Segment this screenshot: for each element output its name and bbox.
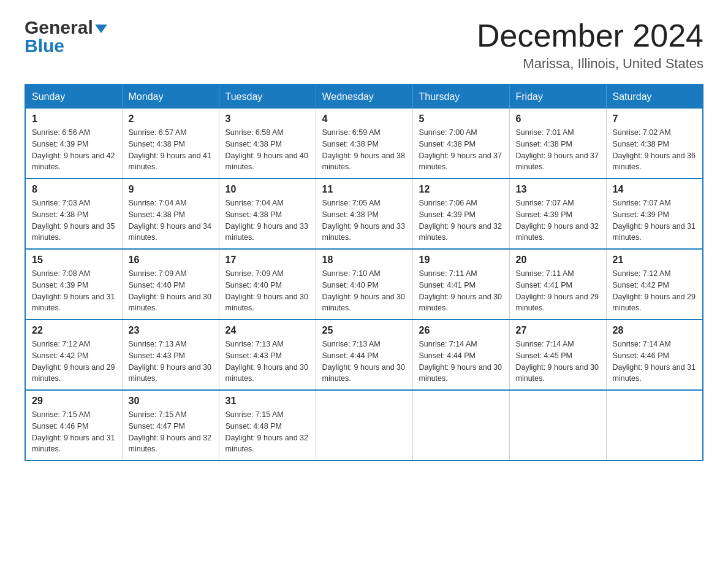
- day-number: 26: [419, 325, 503, 336]
- day-info: Sunrise: 7:02 AMSunset: 4:38 PMDaylight:…: [613, 127, 697, 173]
- day-number: 25: [322, 325, 406, 336]
- page-header: General Blue December 2024 Marissa, Illi…: [25, 18, 703, 72]
- day-number: 6: [516, 113, 600, 124]
- day-info: Sunrise: 7:15 AMSunset: 4:47 PMDaylight:…: [129, 409, 213, 455]
- calendar-header: SundayMondayTuesdayWednesdayThursdayFrid…: [25, 85, 703, 109]
- day-cell: 12Sunrise: 7:06 AMSunset: 4:39 PMDayligh…: [412, 178, 509, 249]
- week-row-4: 22Sunrise: 7:12 AMSunset: 4:42 PMDayligh…: [25, 320, 703, 390]
- location-subtitle: Marissa, Illinois, United States: [477, 56, 703, 72]
- day-info: Sunrise: 7:05 AMSunset: 4:38 PMDaylight:…: [322, 197, 406, 243]
- day-info: Sunrise: 7:14 AMSunset: 4:45 PMDaylight:…: [516, 339, 600, 385]
- header-saturday: Saturday: [606, 85, 703, 109]
- day-info: Sunrise: 7:09 AMSunset: 4:40 PMDaylight:…: [226, 268, 309, 314]
- day-cell: 27Sunrise: 7:14 AMSunset: 4:45 PMDayligh…: [509, 320, 606, 390]
- day-info: Sunrise: 7:06 AMSunset: 4:39 PMDaylight:…: [419, 197, 503, 243]
- day-cell: 15Sunrise: 7:08 AMSunset: 4:39 PMDayligh…: [25, 249, 122, 320]
- day-number: 2: [129, 113, 213, 124]
- day-number: 19: [419, 255, 503, 266]
- month-title: December 2024: [477, 18, 703, 53]
- header-tuesday: Tuesday: [219, 85, 316, 109]
- day-info: Sunrise: 6:56 AMSunset: 4:39 PMDaylight:…: [32, 127, 116, 173]
- day-cell: 14Sunrise: 7:07 AMSunset: 4:39 PMDayligh…: [606, 178, 703, 249]
- header-friday: Friday: [509, 85, 606, 109]
- day-info: Sunrise: 7:12 AMSunset: 4:42 PMDaylight:…: [613, 268, 697, 314]
- day-info: Sunrise: 7:13 AMSunset: 4:43 PMDaylight:…: [129, 339, 213, 385]
- day-info: Sunrise: 7:14 AMSunset: 4:46 PMDaylight:…: [613, 339, 697, 385]
- day-info: Sunrise: 7:11 AMSunset: 4:41 PMDaylight:…: [419, 268, 503, 314]
- day-info: Sunrise: 7:15 AMSunset: 4:46 PMDaylight:…: [32, 409, 116, 455]
- day-number: 18: [322, 255, 406, 266]
- day-info: Sunrise: 7:13 AMSunset: 4:44 PMDaylight:…: [322, 339, 406, 385]
- day-number: 9: [129, 184, 213, 195]
- day-info: Sunrise: 7:13 AMSunset: 4:43 PMDaylight:…: [226, 339, 309, 385]
- day-cell: 28Sunrise: 7:14 AMSunset: 4:46 PMDayligh…: [606, 320, 703, 390]
- day-number: 14: [613, 184, 697, 195]
- day-info: Sunrise: 7:03 AMSunset: 4:38 PMDaylight:…: [32, 197, 116, 243]
- day-cell: 3Sunrise: 6:58 AMSunset: 4:38 PMDaylight…: [219, 109, 316, 178]
- day-info: Sunrise: 7:01 AMSunset: 4:38 PMDaylight:…: [516, 127, 600, 173]
- day-cell: 24Sunrise: 7:13 AMSunset: 4:43 PMDayligh…: [219, 320, 316, 390]
- day-cell: 18Sunrise: 7:10 AMSunset: 4:40 PMDayligh…: [316, 249, 412, 320]
- day-number: 28: [613, 325, 697, 336]
- day-cell: [412, 390, 509, 461]
- day-cell: 10Sunrise: 7:04 AMSunset: 4:38 PMDayligh…: [219, 178, 316, 249]
- day-number: 1: [32, 113, 116, 124]
- day-info: Sunrise: 6:59 AMSunset: 4:38 PMDaylight:…: [322, 127, 406, 173]
- day-cell: 30Sunrise: 7:15 AMSunset: 4:47 PMDayligh…: [122, 390, 219, 461]
- day-number: 5: [419, 113, 503, 124]
- day-info: Sunrise: 7:08 AMSunset: 4:39 PMDaylight:…: [32, 268, 116, 314]
- day-info: Sunrise: 7:04 AMSunset: 4:38 PMDaylight:…: [226, 197, 309, 243]
- day-cell: 16Sunrise: 7:09 AMSunset: 4:40 PMDayligh…: [122, 249, 219, 320]
- day-number: 4: [322, 113, 406, 124]
- day-info: Sunrise: 7:00 AMSunset: 4:38 PMDaylight:…: [419, 127, 503, 173]
- day-number: 12: [419, 184, 503, 195]
- day-info: Sunrise: 7:15 AMSunset: 4:48 PMDaylight:…: [226, 409, 309, 455]
- day-cell: 1Sunrise: 6:56 AMSunset: 4:39 PMDaylight…: [25, 109, 122, 178]
- day-cell: 19Sunrise: 7:11 AMSunset: 4:41 PMDayligh…: [412, 249, 509, 320]
- day-number: 24: [226, 325, 309, 336]
- day-number: 31: [226, 396, 309, 407]
- logo-blue: Blue: [25, 37, 64, 55]
- day-number: 10: [226, 184, 309, 195]
- header-thursday: Thursday: [412, 85, 509, 109]
- day-cell: 21Sunrise: 7:12 AMSunset: 4:42 PMDayligh…: [606, 249, 703, 320]
- title-area: December 2024 Marissa, Illinois, United …: [477, 18, 703, 72]
- day-number: 11: [322, 184, 406, 195]
- week-row-2: 8Sunrise: 7:03 AMSunset: 4:38 PMDaylight…: [25, 178, 703, 249]
- day-cell: [606, 390, 703, 461]
- day-cell: 7Sunrise: 7:02 AMSunset: 4:38 PMDaylight…: [606, 109, 703, 178]
- day-number: 15: [32, 255, 116, 266]
- day-number: 3: [226, 113, 309, 124]
- day-number: 20: [516, 255, 600, 266]
- day-cell: 29Sunrise: 7:15 AMSunset: 4:46 PMDayligh…: [25, 390, 122, 461]
- day-info: Sunrise: 6:57 AMSunset: 4:38 PMDaylight:…: [129, 127, 213, 173]
- day-number: 17: [226, 255, 309, 266]
- day-info: Sunrise: 6:58 AMSunset: 4:38 PMDaylight:…: [226, 127, 309, 173]
- header-sunday: Sunday: [25, 85, 122, 109]
- day-cell: 25Sunrise: 7:13 AMSunset: 4:44 PMDayligh…: [316, 320, 412, 390]
- day-cell: 5Sunrise: 7:00 AMSunset: 4:38 PMDaylight…: [412, 109, 509, 178]
- day-info: Sunrise: 7:10 AMSunset: 4:40 PMDaylight:…: [322, 268, 406, 314]
- day-cell: 23Sunrise: 7:13 AMSunset: 4:43 PMDayligh…: [122, 320, 219, 390]
- day-number: 29: [32, 396, 116, 407]
- day-cell: 8Sunrise: 7:03 AMSunset: 4:38 PMDaylight…: [25, 178, 122, 249]
- day-cell: 11Sunrise: 7:05 AMSunset: 4:38 PMDayligh…: [316, 178, 412, 249]
- header-monday: Monday: [122, 85, 219, 109]
- week-row-3: 15Sunrise: 7:08 AMSunset: 4:39 PMDayligh…: [25, 249, 703, 320]
- day-info: Sunrise: 7:04 AMSunset: 4:38 PMDaylight:…: [129, 197, 213, 243]
- logo-arrow-icon: [95, 25, 107, 33]
- day-cell: [509, 390, 606, 461]
- day-cell: 13Sunrise: 7:07 AMSunset: 4:39 PMDayligh…: [509, 178, 606, 249]
- day-number: 8: [32, 184, 116, 195]
- day-info: Sunrise: 7:09 AMSunset: 4:40 PMDaylight:…: [129, 268, 213, 314]
- week-row-1: 1Sunrise: 6:56 AMSunset: 4:39 PMDaylight…: [25, 109, 703, 178]
- day-number: 30: [129, 396, 213, 407]
- day-number: 22: [32, 325, 116, 336]
- logo: General Blue: [25, 18, 107, 55]
- day-info: Sunrise: 7:11 AMSunset: 4:41 PMDaylight:…: [516, 268, 600, 314]
- day-cell: 22Sunrise: 7:12 AMSunset: 4:42 PMDayligh…: [25, 320, 122, 390]
- day-number: 21: [613, 255, 697, 266]
- day-cell: [316, 390, 412, 461]
- day-info: Sunrise: 7:07 AMSunset: 4:39 PMDaylight:…: [516, 197, 600, 243]
- day-number: 23: [129, 325, 213, 336]
